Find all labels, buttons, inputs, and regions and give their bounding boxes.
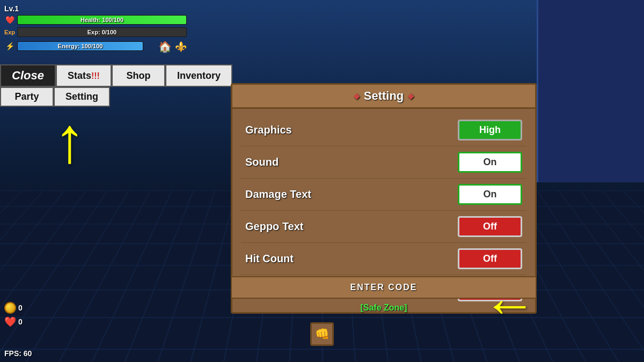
graphics-label: Graphics — [245, 124, 292, 136]
party-button[interactable]: Party — [0, 87, 54, 107]
setting-title-bar: Setting — [232, 85, 535, 109]
stats-button[interactable]: Stats!!! — [56, 64, 112, 87]
energy-bar-bg: Energy: 100/100 — [17, 41, 143, 51]
inventory-button[interactable]: Inventory — [165, 64, 232, 87]
setting-button[interactable]: Setting — [54, 87, 110, 107]
close-button[interactable]: Close — [0, 64, 56, 87]
exclaim-icon: !!! — [91, 71, 100, 80]
hit-count-value[interactable]: Off — [458, 248, 522, 269]
energy-bar-container: ⚡ Energy: 100/100 🏠 ⚜️ — [4, 39, 187, 53]
geppo-text-label: Geppo Text — [245, 220, 304, 233]
graphics-value[interactable]: High — [458, 120, 522, 141]
energy-icon: ⚡ — [4, 41, 15, 51]
exp-icon: Exp — [4, 27, 15, 38]
heart-icon: ❤️ — [4, 316, 16, 328]
setting-row-damage-text: Damage Text On — [241, 179, 526, 211]
health-bar-bg: Health: 100/100 — [17, 15, 187, 25]
hearts-count: 0 — [18, 317, 23, 326]
player-level: Lv.1 — [4, 4, 187, 13]
damage-text-value[interactable]: On — [458, 184, 522, 205]
setting-row-geppo-text: Geppo Text Off — [241, 211, 526, 243]
exp-bar-label: Exp: 0/100 — [18, 28, 186, 36]
exp-bar-container: Exp Exp: 0/100 — [4, 27, 187, 38]
shop-button[interactable]: Shop — [112, 64, 165, 87]
fps-counter: FPS: 60 — [4, 349, 32, 358]
hud-container: Lv.1 ❤️ Health: 100/100 Exp Exp: 0/100 ⚡… — [4, 4, 187, 55]
menu-row-2: Party Setting — [0, 87, 232, 107]
wings-icon: ⚜️ — [175, 41, 187, 53]
geppo-text-value[interactable]: Off — [458, 216, 522, 237]
hit-count-label: Hit Count — [245, 253, 294, 265]
health-bar-container: ❤️ Health: 100/100 — [4, 14, 187, 25]
setting-row-hit-count: Hit Count Off — [241, 243, 526, 275]
safe-zone-label: [Safe Zone] — [231, 303, 537, 313]
coins-row: 0 — [4, 302, 23, 314]
setting-title: Setting — [364, 89, 404, 103]
menu-row-1: Close Stats!!! Shop Inventory — [0, 64, 232, 87]
hearts-row: ❤️ 0 — [4, 316, 23, 328]
menu-bar: Close Stats!!! Shop Inventory Party Sett… — [0, 64, 232, 107]
health-icon: ❤️ — [4, 14, 15, 25]
hud-icons: 🏠 ⚜️ — [145, 40, 187, 53]
coins-count: 0 — [18, 304, 23, 312]
enter-code-bar[interactable]: ENTER CODE — [231, 276, 537, 299]
right-wall — [537, 0, 644, 182]
exp-bar-bg: Exp: 0/100 — [17, 27, 187, 37]
energy-bar-label: Energy: 100/100 — [18, 42, 143, 50]
setting-row-sound: Sound On — [241, 146, 526, 179]
damage-text-label: Damage Text — [245, 188, 311, 201]
home-icon[interactable]: 🏠 — [158, 40, 172, 53]
bottom-action-icon[interactable]: 👊 — [310, 322, 334, 346]
coin-icon — [4, 302, 16, 314]
sound-value[interactable]: On — [458, 152, 522, 173]
health-bar-label: Health: 100/100 — [18, 16, 186, 24]
sound-label: Sound — [245, 156, 279, 168]
setting-row-graphics: Graphics High — [241, 114, 526, 146]
bottom-left-hud: 0 ❤️ 0 — [4, 302, 23, 330]
